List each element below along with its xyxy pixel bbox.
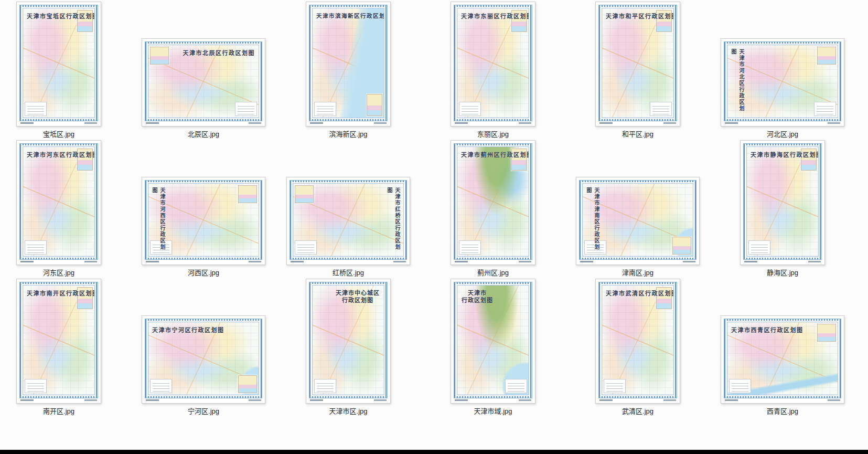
file-item[interactable]: 天津市和平区行政区划图 和平区.jpg <box>565 1 710 140</box>
map-thumbnail[interactable]: 天津市宁河区行政区划图 <box>142 315 265 404</box>
map-image: 天津市中心城区 行政区划图 <box>312 285 384 395</box>
footer-marks <box>145 260 262 263</box>
file-name[interactable]: 北辰区.jpg <box>188 130 219 139</box>
map-thumbnail[interactable]: 天津市河西区行政区划图 <box>142 177 265 265</box>
map-image: 天津市北辰区行政区划图 <box>148 45 259 118</box>
map-thumbnail[interactable]: 天津市蓟州区行政区划图 <box>451 140 535 265</box>
file-name[interactable]: 宝坻区.jpg <box>43 130 74 139</box>
map-thumbnail[interactable]: 天津市津南区行政区划图 <box>576 177 700 265</box>
legend-box <box>604 379 626 393</box>
file-name[interactable]: 河西区.jpg <box>188 269 219 277</box>
inset-map <box>238 185 257 203</box>
file-name[interactable]: 天津市域.jpg <box>474 407 512 416</box>
map-thumbnail[interactable]: 天津市静海区行政区划图 <box>740 140 825 265</box>
file-item[interactable]: 天津市宝坻区行政区划图 宝坻区.jpg <box>0 1 131 140</box>
file-name[interactable]: 东丽区.jpg <box>477 130 509 139</box>
file-item[interactable]: 天津市蓟州区行政区划图 蓟州区.jpg <box>421 140 565 278</box>
map-frame: 天津市和平区行政区划图 <box>598 5 677 121</box>
map-thumbnail[interactable]: 天津市东丽区行政区划图 <box>451 2 535 126</box>
file-item[interactable]: 天津市宁河区行政区划图 宁河区.jpg <box>131 278 276 417</box>
file-name[interactable]: 和平区.jpg <box>622 130 653 139</box>
map-thumbnail[interactable]: 天津市河东区行政区划图 <box>16 140 101 265</box>
file-name[interactable]: 滨海新区.jpg <box>329 130 368 139</box>
map-thumbnail[interactable]: 天津市北辰区行政区划图 <box>142 38 265 126</box>
file-name[interactable]: 河北区.jpg <box>767 130 798 139</box>
legend-box <box>748 240 770 255</box>
file-name[interactable]: 蓟州区.jpg <box>477 269 509 277</box>
map-frame: 天津市河北区行政区划图 <box>724 41 841 121</box>
map-image: 天津市和平区行政区划图 <box>602 8 674 118</box>
map-image: 天津市南开区行政区划图 <box>23 285 95 395</box>
file-item[interactable]: 天津市河北区行政区划图 河北区.jpg <box>710 1 855 140</box>
map-thumbnail[interactable]: 天津市滨海新区行政区划图 <box>306 2 391 126</box>
footer-marks <box>309 121 388 125</box>
map-thumbnail[interactable]: 天津市河北区行政区划图 <box>721 38 844 126</box>
map-title: 天津市蓟州区行政区划图 <box>461 150 529 159</box>
map-title: 天津市河东区行政区划图 <box>27 150 95 159</box>
map-frame: 天津市 行政区划图 <box>454 282 532 398</box>
inset-map <box>295 185 314 203</box>
map-frame: 天津市静海区行政区划图 <box>743 143 822 260</box>
image-gallery: 天津市宝坻区行政区划图 宝坻区.jpg 天津市北辰区行政区划图 北辰区.jpg <box>0 1 855 417</box>
map-title: 天津市红桥区行政区划图 <box>385 187 401 256</box>
map-title: 天津市河北区行政区划图 <box>730 49 745 118</box>
legend-box <box>25 240 47 255</box>
file-name[interactable]: 西青区.jpg <box>767 407 798 416</box>
footer-marks <box>743 260 822 263</box>
footer-marks <box>598 121 677 125</box>
file-item[interactable]: 天津市河东区行政区划图 河东区.jpg <box>0 140 131 278</box>
map-title: 天津市西青区行政区划图 <box>731 325 803 334</box>
map-title: 天津市津南区行政区划图 <box>585 187 601 256</box>
file-name[interactable]: 河东区.jpg <box>43 269 74 277</box>
file-item[interactable]: 天津市红桥区行政区划图 红桥区.jpg <box>276 140 421 278</box>
footer-marks <box>19 121 98 125</box>
file-name[interactable]: 武清区.jpg <box>622 407 653 416</box>
map-title: 天津市中心城区 行政区划图 <box>336 289 380 304</box>
footer-marks <box>454 398 532 402</box>
map-thumbnail[interactable]: 天津市 行政区划图 <box>451 279 535 404</box>
map-frame: 天津市宝坻区行政区划图 <box>19 5 98 121</box>
file-item[interactable]: 天津市北辰区行政区划图 北辰区.jpg <box>131 1 276 140</box>
legend-box <box>459 102 481 116</box>
inset-map <box>817 324 836 342</box>
file-item[interactable]: 天津市津南区行政区划图 津南区.jpg <box>565 140 710 278</box>
map-image: 天津市滨海新区行政区划图 <box>312 8 384 118</box>
map-thumbnail[interactable]: 天津市南开区行政区划图 <box>16 279 101 404</box>
map-frame: 天津市东丽区行政区划图 <box>454 5 532 121</box>
inset-map <box>367 94 382 116</box>
legend-box <box>314 379 336 393</box>
inset-map <box>150 47 169 65</box>
map-title: 天津市南开区行政区划图 <box>27 289 95 297</box>
map-frame: 天津市中心城区 行政区划图 <box>309 282 388 398</box>
map-thumbnail[interactable]: 天津市和平区行政区划图 <box>595 2 680 126</box>
file-item[interactable]: 天津市东丽区行政区划图 东丽区.jpg <box>421 1 565 140</box>
map-title-line1: 天津市 <box>462 289 493 297</box>
file-item[interactable]: 天津市静海区行政区划图 静海区.jpg <box>710 140 855 278</box>
file-item[interactable]: 天津市武清区行政区划图 武清区.jpg <box>565 278 710 417</box>
map-thumbnail[interactable]: 天津市宝坻区行政区划图 <box>16 2 101 126</box>
file-item[interactable]: 天津市西青区行政区划图 西青区.jpg <box>710 278 855 417</box>
file-item[interactable]: 天津市南开区行政区划图 南开区.jpg <box>0 278 131 417</box>
file-item[interactable]: 天津市中心城区 行政区划图 天津市区.jpg <box>276 278 421 417</box>
map-title: 天津市北辰区行政区划图 <box>183 48 255 57</box>
footer-marks <box>454 121 532 125</box>
map-thumbnail[interactable]: 天津市中心城区 行政区划图 <box>306 279 391 404</box>
footer-marks <box>579 260 696 263</box>
file-item[interactable]: 天津市滨海新区行政区划图 滨海新区.jpg <box>276 1 421 140</box>
footer-marks <box>145 398 262 402</box>
file-name[interactable]: 静海区.jpg <box>767 269 798 277</box>
file-name[interactable]: 津南区.jpg <box>622 269 653 277</box>
file-item[interactable]: 天津市河西区行政区划图 河西区.jpg <box>131 140 276 278</box>
file-item[interactable]: 天津市 行政区划图 天津市域.jpg <box>421 278 565 417</box>
map-frame: 天津市河西区行政区划图 <box>145 180 262 260</box>
map-thumbnail[interactable]: 天津市红桥区行政区划图 <box>286 177 410 265</box>
file-name[interactable]: 南开区.jpg <box>43 407 74 416</box>
map-frame: 天津市红桥区行政区划图 <box>290 180 407 260</box>
map-thumbnail[interactable]: 天津市武清区行政区划图 <box>595 279 680 404</box>
footer-marks <box>19 260 98 263</box>
file-name[interactable]: 天津市区.jpg <box>329 407 368 416</box>
file-name[interactable]: 宁河区.jpg <box>188 407 219 416</box>
map-image: 天津市宁河区行政区划图 <box>148 322 259 395</box>
map-thumbnail[interactable]: 天津市西青区行政区划图 <box>721 315 844 404</box>
file-name[interactable]: 红桥区.jpg <box>333 269 364 277</box>
